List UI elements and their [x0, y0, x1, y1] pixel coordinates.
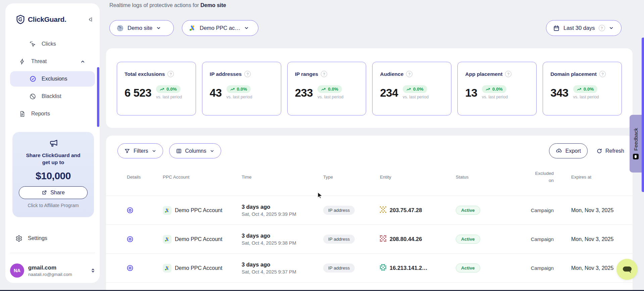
cloud-download-icon — [556, 148, 562, 154]
col-header-details[interactable]: Details — [117, 175, 163, 180]
stat-caption: vs. last period — [317, 95, 343, 99]
trend-up-icon — [486, 87, 490, 91]
entity-identicon — [380, 206, 386, 214]
help-icon: ? — [505, 71, 511, 77]
sidebar-nav: Clicks Threat Exclusions Blacklist Repor… — [5, 36, 100, 124]
col-header-status[interactable]: Status — [456, 175, 517, 180]
type-badge: IP address — [323, 235, 355, 244]
clickguard-logo-icon — [16, 15, 25, 24]
stat-caption: vs. last period — [573, 95, 599, 99]
sidebar-item-reports[interactable]: Reports — [10, 106, 95, 122]
stat-card: Total exclusions ? 6 523 0.0% vs. last p… — [117, 62, 196, 115]
promo-text: Share ClickGuard and get up to — [12, 152, 94, 166]
stat-caption: vs. last period — [156, 95, 182, 99]
exclusions-table-panel: Filters Columns Export — [106, 136, 633, 291]
sidebar-item-clicks[interactable]: Clicks — [10, 36, 95, 52]
trend-badge: 0.0% — [317, 85, 342, 93]
date-range-selector[interactable]: Last 30 days ? — [546, 20, 622, 36]
table-row: Demo PPC Account 3 days ago Sat, Oct 4, … — [106, 196, 633, 225]
export-button[interactable]: Export — [549, 143, 588, 158]
site-selector[interactable]: Demo site — [109, 20, 174, 36]
affiliate-promo-card: Share ClickGuard and get up to $10,000 S… — [12, 132, 94, 217]
stat-card: Audience ? 234 0.0% vs. last period — [372, 62, 451, 115]
stat-card: Domain placement ? 343 0.0% vs. last per… — [543, 62, 622, 115]
col-header-ppc-account[interactable]: PPC Account — [163, 175, 242, 180]
collapse-sidebar-icon[interactable] — [87, 16, 94, 23]
page-subtitle: Realtime logs of protective actions for … — [109, 2, 226, 8]
google-ads-icon — [189, 25, 196, 32]
col-header-type[interactable]: Type — [323, 175, 380, 180]
time-absolute: Sat, Oct 4, 2025 9:37 PM — [242, 269, 323, 275]
stat-title: Audience — [380, 71, 403, 77]
chat-launcher-button[interactable] — [616, 259, 638, 280]
refresh-button[interactable]: Refresh — [596, 148, 624, 154]
sidebar-item-label: Blacklist — [42, 93, 61, 99]
document-icon — [19, 110, 26, 117]
crisp-chat-icon — [633, 154, 639, 159]
feedback-label: Feedback — [633, 128, 639, 151]
chat-bubble-icon — [621, 264, 633, 275]
trend-badge: 0.0% — [156, 85, 181, 93]
stat-value: 234 — [380, 87, 398, 98]
app-title: ClickGuard. — [28, 15, 66, 23]
type-badge: IP address — [323, 206, 355, 215]
chevron-down-icon — [609, 26, 614, 31]
col-header-excluded-on[interactable]: Excluded on — [517, 170, 554, 184]
share-button[interactable]: Share — [19, 186, 88, 199]
filters-button[interactable]: Filters — [117, 143, 163, 158]
google-ads-icon — [163, 264, 171, 273]
stat-title: App placement — [465, 71, 502, 77]
ppc-account-selector[interactable]: Demo PPC ac… — [182, 20, 258, 36]
trend-badge: 0.0% — [227, 85, 251, 93]
sidebar-item-label: Reports — [31, 111, 50, 117]
sidebar-item-settings[interactable]: Settings — [5, 231, 100, 246]
page-scrollbar-thumb[interactable] — [642, 38, 644, 192]
table-row: Demo PPC Account 3 days ago Sat, Oct 4, … — [106, 225, 633, 254]
view-details-eye-icon[interactable] — [126, 264, 135, 273]
chevron-updown-icon — [90, 268, 96, 274]
trend-badge: 0.0% — [403, 85, 427, 93]
sidebar-scrollbar-thumb[interactable] — [97, 67, 99, 127]
badge-check-icon — [29, 75, 37, 83]
sidebar-item-exclusions[interactable]: Exclusions — [10, 71, 95, 87]
view-details-eye-icon[interactable] — [126, 206, 135, 215]
stat-value: 43 — [210, 87, 222, 98]
subtitle-site-name: Demo site — [200, 2, 226, 8]
stat-value: 6 523 — [125, 87, 151, 98]
sidebar-item-threat[interactable]: Threat — [10, 54, 95, 69]
columns-button[interactable]: Columns — [169, 143, 221, 158]
entity-value: 16.213.141.2… — [390, 265, 428, 271]
col-header-expires-at[interactable]: Expires at — [554, 175, 624, 180]
col-header-entity[interactable]: Entity — [380, 175, 456, 180]
stats-panel: Total exclusions ? 6 523 0.0% vs. last p… — [106, 48, 633, 128]
promo-amount: $10,000 — [12, 170, 94, 182]
col-header-time[interactable]: Time — [242, 175, 323, 180]
chevron-down-icon — [244, 26, 249, 31]
chevron-down-icon — [156, 26, 161, 31]
entity-value: 203.75.47.28 — [390, 207, 422, 213]
table-header-row: Details PPC Account Time Type Entity Sta… — [106, 158, 633, 196]
entity-identicon — [380, 264, 386, 272]
type-badge: IP address — [323, 263, 355, 273]
table-row: Demo PPC Account 3 days ago Sat, Oct 4, … — [106, 254, 633, 283]
entity-identicon — [380, 235, 386, 243]
stat-caption: vs. last period — [227, 95, 252, 99]
affiliate-link[interactable]: Click to Affiliate Program — [12, 203, 94, 208]
stat-value: 233 — [295, 87, 313, 98]
sidebar-item-blacklist[interactable]: Blacklist — [10, 89, 95, 104]
account-switcher[interactable]: NA gmail.com naatali.ro@gmail.com — [10, 260, 96, 281]
chevron-up-icon[interactable] — [80, 59, 88, 64]
status-badge: Active — [456, 235, 480, 244]
avatar: NA — [10, 263, 24, 278]
sidebar: ClickGuard. Clicks Threat Exclusions Bla… — [5, 3, 100, 283]
sidebar-item-label: Clicks — [42, 41, 56, 47]
help-icon: ? — [599, 25, 605, 31]
columns-icon — [176, 148, 182, 154]
feedback-tab[interactable]: Feedback — [630, 115, 642, 173]
stat-value: 13 — [465, 87, 477, 98]
view-details-eye-icon[interactable] — [126, 235, 135, 244]
ban-icon — [29, 93, 37, 100]
lightning-icon — [19, 58, 26, 65]
trend-up-icon — [230, 87, 235, 91]
excluded-on-value: Campaign — [517, 236, 554, 242]
